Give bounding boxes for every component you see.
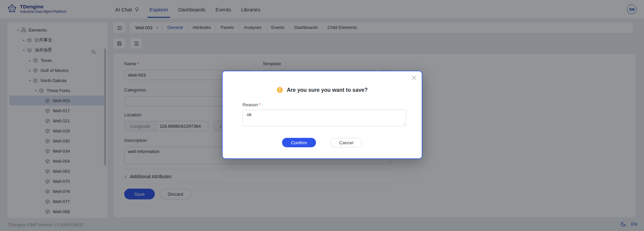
resize-handle-icon[interactable] (402, 122, 405, 125)
confirm-button[interactable]: Confirm (282, 138, 316, 147)
app-screen: TDengine Industrial Data Mgmt Platform A… (0, 0, 644, 231)
warning-icon (277, 87, 283, 93)
required-mark: * (259, 102, 261, 107)
reason-label: Reason* (242, 102, 261, 107)
dialog-title: Are you sure you want to save? (287, 87, 368, 93)
close-icon[interactable] (412, 75, 416, 80)
save-confirm-dialog: Are you sure you want to save? Reason* o… (222, 71, 422, 159)
reason-textarea[interactable]: ok (242, 110, 406, 126)
cancel-button[interactable]: Cancel (330, 138, 362, 147)
